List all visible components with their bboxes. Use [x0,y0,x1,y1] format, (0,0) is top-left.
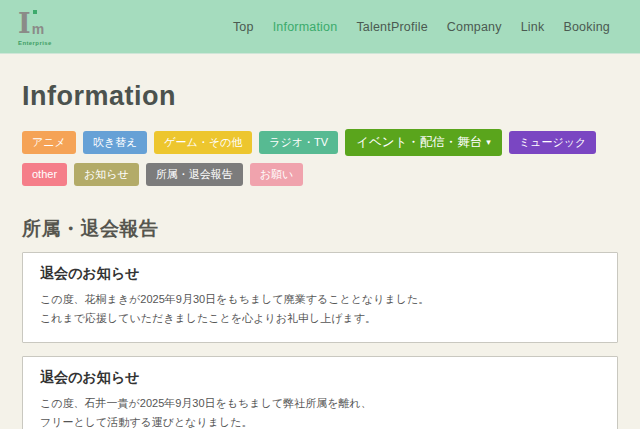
chevron-down-icon: ▾ [486,138,491,147]
filter-other[interactable]: other [22,163,67,186]
filter-oshirase[interactable]: お知らせ [74,163,139,186]
filter-game-other[interactable]: ゲーム・その他 [154,131,252,154]
nav-item-talentprofile[interactable]: TalentProfile [356,20,427,34]
card-text-line: これまで応援していただきましたことを心よりお礼申し上げます。 [40,309,600,328]
logo-letter-i: I [18,11,31,37]
notice-card-title: 退会のお知らせ [40,265,600,283]
nav-item-booking[interactable]: Booking [563,20,610,34]
filter-fukikae[interactable]: 吹き替え [83,131,148,154]
section-heading: 所属・退会報告 [22,216,618,242]
filter-event-label: イベント・配信・舞台 [356,135,482,150]
filter-radio-tv[interactable]: ラジオ・TV [259,131,338,154]
filter-event-haishin-butai[interactable]: イベント・配信・舞台 ▾ [345,129,502,156]
page-title: Information [22,81,618,112]
main-nav: Top Information TalentProfile Company Li… [233,20,610,34]
notice-card-body: この度、石井一貴が2025年9月30日をもちまして弊社所属を離れ、 フリーとして… [40,394,600,429]
page: I m Enterprise Top Information TalentPro… [0,0,640,429]
nav-item-company[interactable]: Company [447,20,502,34]
filter-music[interactable]: ミュージック [509,131,596,154]
main-content: Information アニメ 吹き替え ゲーム・その他 ラジオ・TV イベント… [0,81,640,429]
logo-dot-icon [33,10,37,14]
nav-item-link[interactable]: Link [521,20,545,34]
card-text-line: フリーとして活動する運びとなりました。 [40,413,600,429]
card-text-line: この度、石井一貴が2025年9月30日をもちまして弊社所属を離れ、 [40,394,600,413]
logo-letter-m: m [32,22,44,37]
filter-anime[interactable]: アニメ [22,131,76,154]
logo-mark-icon: I m [18,7,52,37]
site-header: I m Enterprise Top Information TalentPro… [0,0,640,54]
logo-enterprise-label: Enterprise [18,40,52,46]
nav-item-top[interactable]: Top [233,20,254,34]
logo[interactable]: I m Enterprise [18,7,52,46]
notice-card: 退会のお知らせ この度、花桐まきが2025年9月30日をもちまして廃業することと… [22,252,618,343]
filter-shozoku-taikai-hokoku[interactable]: 所属・退会報告 [146,163,243,186]
notice-card-title: 退会のお知らせ [40,369,600,387]
notice-card-body: この度、花桐まきが2025年9月30日をもちまして廃業することとなりました。 こ… [40,290,600,329]
category-filter-list: アニメ 吹き替え ゲーム・その他 ラジオ・TV イベント・配信・舞台 ▾ ミュー… [22,129,618,186]
card-text-line: この度、花桐まきが2025年9月30日をもちまして廃業することとなりました。 [40,290,600,309]
notice-card: 退会のお知らせ この度、石井一貴が2025年9月30日をもちまして弊社所属を離れ… [22,356,618,429]
nav-item-information[interactable]: Information [273,20,338,34]
filter-onegai[interactable]: お願い [250,163,304,186]
